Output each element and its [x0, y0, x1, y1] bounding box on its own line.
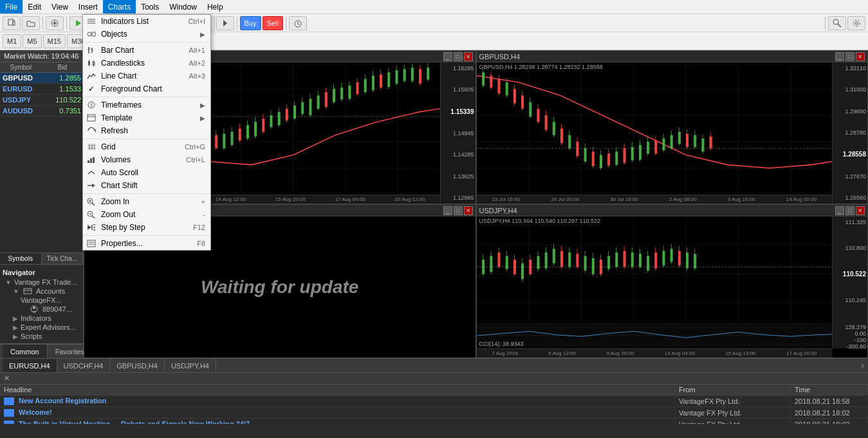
- menu-help[interactable]: Help: [202, 0, 228, 14]
- menu-line-chart[interactable]: Line Chart Alt+3: [83, 70, 210, 82]
- mw-row-eurusd[interactable]: EURUSD 1.1533: [0, 84, 83, 95]
- mw-row-gbpusd[interactable]: GBPUSD 1.2855: [0, 73, 83, 84]
- menu-auto-scroll[interactable]: Auto Scroll: [83, 166, 210, 179]
- menu-view[interactable]: View: [46, 0, 73, 14]
- menu-edit[interactable]: Edit: [23, 0, 46, 14]
- menu-zoom-out[interactable]: Zoom Out -: [83, 208, 210, 221]
- chart-tab-usdjpy[interactable]: USDJPY,H4: [165, 359, 216, 372]
- navigator-item-scripts[interactable]: ▶ Scripts: [3, 332, 80, 341]
- template-icon: [86, 113, 97, 122]
- news-row-3[interactable]: The Built-in Virtual Hosting — Robots an…: [0, 419, 868, 424]
- menu-chart-shift[interactable]: Chart Shift: [83, 179, 210, 192]
- menu-zoom-in[interactable]: Zoom In +: [83, 195, 210, 208]
- menu-objects[interactable]: Objects ▶: [83, 28, 210, 41]
- menu-indicators-list[interactable]: Indicators List Ctrl+I: [83, 15, 210, 28]
- navigator-item-vantagefx[interactable]: VantageFX...: [3, 296, 80, 305]
- bar-chart-shortcut: Alt+1: [176, 46, 205, 54]
- svg-rect-26: [24, 289, 32, 294]
- indicators-list-shortcut: Ctrl+I: [175, 17, 205, 25]
- menu-template[interactable]: Template ▶: [83, 111, 210, 124]
- nav-label-accounts: Accounts: [36, 287, 65, 295]
- chart-tab-gbpusd[interactable]: GBPUSD,H4: [110, 359, 165, 372]
- forward-button[interactable]: [216, 16, 234, 30]
- mw-price-audusd: 0.7351: [35, 106, 83, 116]
- mw-row-audusd[interactable]: AUDUSD 0.7351: [0, 106, 83, 117]
- buy-button[interactable]: Buy: [240, 16, 261, 30]
- new-button[interactable]: [3, 16, 21, 30]
- foreground-chart-label: Foreground Chart: [101, 84, 162, 93]
- timer-button[interactable]: [289, 16, 307, 30]
- navigator-item-expert-advisors[interactable]: ▶ Expert Advisors...: [3, 323, 80, 332]
- new-order-button[interactable]: [46, 16, 64, 30]
- chart-usdjpy-time-axis: 7 Aug 2018 8 Aug 12:00 9 Aug 20:00 13 Au…: [477, 348, 833, 357]
- chart-tabs-scroll[interactable]: ›: [857, 359, 868, 373]
- step-shortcut: F12: [180, 224, 205, 231]
- tab-tick-chart[interactable]: Tick Cha...: [42, 253, 84, 264]
- nav-label-indicators: Indicators: [21, 314, 51, 322]
- open-button[interactable]: [22, 16, 40, 30]
- chart-usdjpy-minimize[interactable]: _: [835, 206, 844, 215]
- menu-insert[interactable]: Insert: [73, 0, 103, 14]
- left-panel: Market Watch: 19:04:46 Symbol Bid GBPUSD…: [0, 50, 84, 358]
- menu-grid[interactable]: Grid Ctrl+G: [83, 140, 210, 153]
- navigator-item-accounts[interactable]: ▼ Accounts: [3, 287, 80, 296]
- navigator-item-indicators[interactable]: ▶ Indicators: [3, 314, 80, 323]
- menu-foreground-chart[interactable]: ✓ Foreground Chart: [83, 82, 210, 95]
- chart-gbpusd-close[interactable]: ✕: [856, 52, 865, 61]
- chart-gbpusd-minimize[interactable]: _: [835, 52, 844, 61]
- svg-rect-274: [92, 32, 95, 36]
- search-button[interactable]: [828, 16, 846, 30]
- menu-properties[interactable]: Properties... F8: [83, 237, 210, 250]
- candlesticks-shortcut: Alt+2: [176, 59, 205, 67]
- svg-line-302: [92, 203, 95, 205]
- chart-usdjpy-content[interactable]: USDJPY,H4 110.364 110.540 110.297 110.52…: [477, 216, 868, 357]
- chart-tabs-bar: EURUSD,H4 USDCHF,H4 GBPUSD,H4 USDJPY,H4 …: [0, 358, 868, 372]
- news-row-2[interactable]: Welcome! Vantage FX Pty Ltd. 2018.08.21 …: [0, 407, 868, 419]
- menu-timeframes[interactable]: Timeframes ▶: [83, 99, 210, 111]
- menu-step-by-step[interactable]: Step by Step F12: [83, 221, 210, 234]
- tab-symbols[interactable]: Symbols: [0, 253, 42, 264]
- template-label: Template: [101, 113, 133, 122]
- settings-button[interactable]: [847, 16, 865, 30]
- tf-m15[interactable]: M15: [43, 34, 66, 48]
- news-time-1: 2018.08.21 18:58: [791, 396, 868, 406]
- chart-eurusd-minimize[interactable]: _: [443, 52, 452, 61]
- menu-window[interactable]: Window: [164, 0, 202, 14]
- chart-usdjpy-close[interactable]: ✕: [856, 206, 865, 215]
- menu-candlesticks[interactable]: Candlesticks Alt+2: [83, 57, 210, 70]
- chart-usdchf-minimize[interactable]: _: [443, 206, 452, 215]
- tab-common[interactable]: Common: [3, 345, 48, 358]
- navigator-item-account-num[interactable]: 889047...: [3, 305, 80, 314]
- candlesticks-label: Candlesticks: [101, 59, 145, 68]
- zoom-in-label: Zoom In: [101, 197, 129, 206]
- menu-file[interactable]: File: [0, 0, 23, 14]
- sell-button[interactable]: Sell: [263, 16, 283, 30]
- chart-shift-icon: [86, 181, 97, 190]
- chart-eurusd-close[interactable]: ✕: [464, 52, 473, 61]
- menu-refresh[interactable]: Refresh: [83, 124, 210, 137]
- chart-gbpusd-maximize[interactable]: □: [845, 52, 854, 61]
- zoom-out-shortcut: -: [190, 211, 205, 218]
- chart-tab-eurusd[interactable]: EURUSD,H4: [3, 359, 57, 372]
- menu-tools[interactable]: Tools: [136, 0, 164, 14]
- terminal-close-button[interactable]: ✕: [0, 374, 14, 383]
- menu-volumes[interactable]: Volumes Ctrl+L: [83, 153, 210, 166]
- chart-usdchf-close[interactable]: ✕: [464, 206, 473, 215]
- chart-gbpusd-content[interactable]: GBPUSD,H4 1.28298 1.28774 1.28232 1.2855…: [477, 62, 868, 204]
- indicators-list-label: Indicators List: [101, 17, 149, 26]
- chart-usdchf-maximize[interactable]: □: [454, 206, 463, 215]
- menu-charts[interactable]: Charts: [103, 0, 136, 14]
- tf-m1[interactable]: M1: [3, 34, 21, 48]
- chart-eurusd-maximize[interactable]: □: [454, 52, 463, 61]
- navigator: Navigator ▼ Vantage FX Trade... ▼ Accoun…: [0, 264, 83, 343]
- chart-tab-usdchf[interactable]: USDCHF,H4: [57, 359, 111, 372]
- chart-usdjpy-titlebar: USDJPY,H4 _ □ ✕: [477, 205, 868, 216]
- price-usdjpy-1: 111.325: [834, 219, 866, 225]
- separator-4: [83, 193, 210, 194]
- news-row-1[interactable]: New Account Registration VantageFX Pty L…: [0, 395, 868, 407]
- tf-m5[interactable]: M5: [23, 34, 41, 48]
- menu-bar-chart[interactable]: Bar Chart Alt+1: [83, 44, 210, 57]
- chart-usdjpy-maximize[interactable]: □: [845, 206, 854, 215]
- mw-row-usdjpy[interactable]: USDJPY 110.522: [0, 95, 83, 106]
- navigator-item-vantage[interactable]: ▼ Vantage FX Trade...: [3, 278, 80, 287]
